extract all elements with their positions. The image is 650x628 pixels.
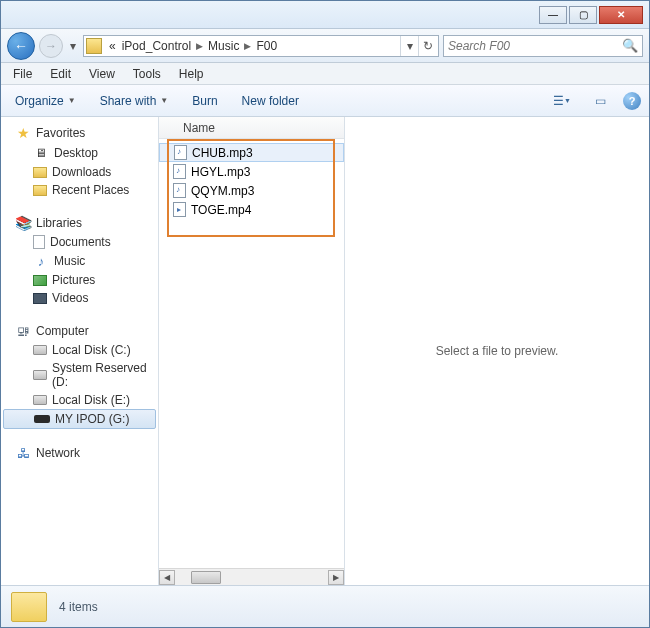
menu-edit[interactable]: Edit bbox=[42, 65, 79, 83]
forward-button[interactable]: → bbox=[39, 34, 63, 58]
content-area: ★Favorites 🖥Desktop Downloads Recent Pla… bbox=[1, 117, 649, 585]
scroll-left-button[interactable]: ◀ bbox=[159, 570, 175, 585]
folder-icon bbox=[33, 167, 47, 178]
nav-pictures[interactable]: Pictures bbox=[1, 271, 158, 289]
nav-music[interactable]: ♪Music bbox=[1, 251, 158, 271]
menu-view[interactable]: View bbox=[81, 65, 123, 83]
item-count: 4 items bbox=[59, 600, 98, 614]
folder-large-icon bbox=[11, 592, 47, 622]
close-button[interactable]: ✕ bbox=[599, 6, 643, 24]
audio-file-icon bbox=[173, 164, 186, 179]
file-name: HGYL.mp3 bbox=[191, 165, 250, 179]
libraries-header[interactable]: 📚Libraries bbox=[1, 213, 158, 233]
file-name: CHUB.mp3 bbox=[192, 146, 253, 160]
preview-empty-text: Select a file to preview. bbox=[436, 344, 559, 358]
new-folder-button[interactable]: New folder bbox=[236, 90, 305, 112]
nav-disk-c[interactable]: Local Disk (C:) bbox=[1, 341, 158, 359]
address-dropdown[interactable]: ▾ bbox=[400, 36, 418, 56]
search-icon: 🔍 bbox=[622, 38, 638, 53]
file-row[interactable]: QQYM.mp3 bbox=[159, 181, 344, 200]
search-box[interactable]: 🔍 bbox=[443, 35, 643, 57]
scroll-right-button[interactable]: ▶ bbox=[328, 570, 344, 585]
pictures-icon bbox=[33, 275, 47, 286]
nav-videos[interactable]: Videos bbox=[1, 289, 158, 307]
nav-desktop[interactable]: 🖥Desktop bbox=[1, 143, 158, 163]
scroll-thumb[interactable] bbox=[191, 571, 221, 584]
computer-icon: 🖳 bbox=[15, 323, 31, 339]
computer-header[interactable]: 🖳Computer bbox=[1, 321, 158, 341]
nav-history-dropdown[interactable]: ▾ bbox=[67, 36, 79, 56]
nav-ipod[interactable]: MY IPOD (G:) bbox=[3, 409, 156, 429]
burn-button[interactable]: Burn bbox=[186, 90, 223, 112]
disk-icon bbox=[33, 345, 47, 355]
nav-documents[interactable]: Documents bbox=[1, 233, 158, 251]
navigation-pane: ★Favorites 🖥Desktop Downloads Recent Pla… bbox=[1, 117, 159, 585]
horizontal-scrollbar[interactable]: ◀ ▶ bbox=[159, 568, 344, 585]
breadcrumb-segment[interactable]: F00 bbox=[253, 39, 280, 53]
file-row[interactable]: TOGE.mp4 bbox=[159, 200, 344, 219]
nav-bar: ← → ▾ « iPod_Control ▶ Music ▶ F00 ▾ ↻ 🔍 bbox=[1, 29, 649, 63]
preview-pane-button[interactable]: ▭ bbox=[585, 90, 615, 112]
view-options-button[interactable]: ☰ ▼ bbox=[547, 90, 577, 112]
folder-icon bbox=[33, 185, 47, 196]
share-button[interactable]: Share with▼ bbox=[94, 90, 175, 112]
maximize-button[interactable]: ▢ bbox=[569, 6, 597, 24]
star-icon: ★ bbox=[15, 125, 31, 141]
nav-disk-d[interactable]: System Reserved (D: bbox=[1, 359, 158, 391]
file-row[interactable]: HGYL.mp3 bbox=[159, 162, 344, 181]
nav-recent[interactable]: Recent Places bbox=[1, 181, 158, 199]
file-list-pane: Name CHUB.mp3 HGYL.mp3 QQYM.mp3 TOGE.mp4… bbox=[159, 117, 345, 585]
breadcrumb-separator: ▶ bbox=[242, 41, 253, 51]
favorites-header[interactable]: ★Favorites bbox=[1, 123, 158, 143]
videos-icon bbox=[33, 293, 47, 304]
video-file-icon bbox=[173, 202, 186, 217]
menu-help[interactable]: Help bbox=[171, 65, 212, 83]
menu-file[interactable]: File bbox=[5, 65, 40, 83]
file-name: TOGE.mp4 bbox=[191, 203, 251, 217]
refresh-button[interactable]: ↻ bbox=[418, 36, 436, 56]
help-button[interactable]: ? bbox=[623, 92, 641, 110]
nav-disk-e[interactable]: Local Disk (E:) bbox=[1, 391, 158, 409]
music-icon: ♪ bbox=[33, 253, 49, 269]
file-row[interactable]: CHUB.mp3 bbox=[159, 143, 344, 162]
document-icon bbox=[33, 235, 45, 249]
preview-pane: Select a file to preview. bbox=[345, 117, 649, 585]
audio-file-icon bbox=[173, 183, 186, 198]
scroll-track[interactable] bbox=[175, 570, 328, 585]
audio-file-icon bbox=[174, 145, 187, 160]
column-header-name[interactable]: Name bbox=[159, 117, 344, 139]
menu-bar: File Edit View Tools Help bbox=[1, 63, 649, 85]
status-bar: 4 items bbox=[1, 585, 649, 627]
back-button[interactable]: ← bbox=[7, 32, 35, 60]
command-bar: Organize▼ Share with▼ Burn New folder ☰ … bbox=[1, 85, 649, 117]
breadcrumb-segment[interactable]: Music bbox=[205, 39, 242, 53]
desktop-icon: 🖥 bbox=[33, 145, 49, 161]
folder-icon bbox=[86, 38, 102, 54]
breadcrumb-segment[interactable]: iPod_Control bbox=[119, 39, 194, 53]
network-icon: 🖧 bbox=[15, 445, 31, 461]
breadcrumb-prefix[interactable]: « bbox=[106, 39, 119, 53]
search-input[interactable] bbox=[448, 39, 622, 53]
address-bar[interactable]: « iPod_Control ▶ Music ▶ F00 ▾ ↻ bbox=[83, 35, 439, 57]
minimize-button[interactable]: — bbox=[539, 6, 567, 24]
organize-button[interactable]: Organize▼ bbox=[9, 90, 82, 112]
file-name: QQYM.mp3 bbox=[191, 184, 254, 198]
nav-downloads[interactable]: Downloads bbox=[1, 163, 158, 181]
ipod-icon bbox=[34, 415, 50, 423]
file-list: CHUB.mp3 HGYL.mp3 QQYM.mp3 TOGE.mp4 bbox=[159, 139, 344, 568]
disk-icon bbox=[33, 395, 47, 405]
network-header[interactable]: 🖧Network bbox=[1, 443, 158, 463]
title-bar: — ▢ ✕ bbox=[1, 1, 649, 29]
libraries-icon: 📚 bbox=[15, 215, 31, 231]
breadcrumb-separator: ▶ bbox=[194, 41, 205, 51]
disk-icon bbox=[33, 370, 47, 380]
menu-tools[interactable]: Tools bbox=[125, 65, 169, 83]
